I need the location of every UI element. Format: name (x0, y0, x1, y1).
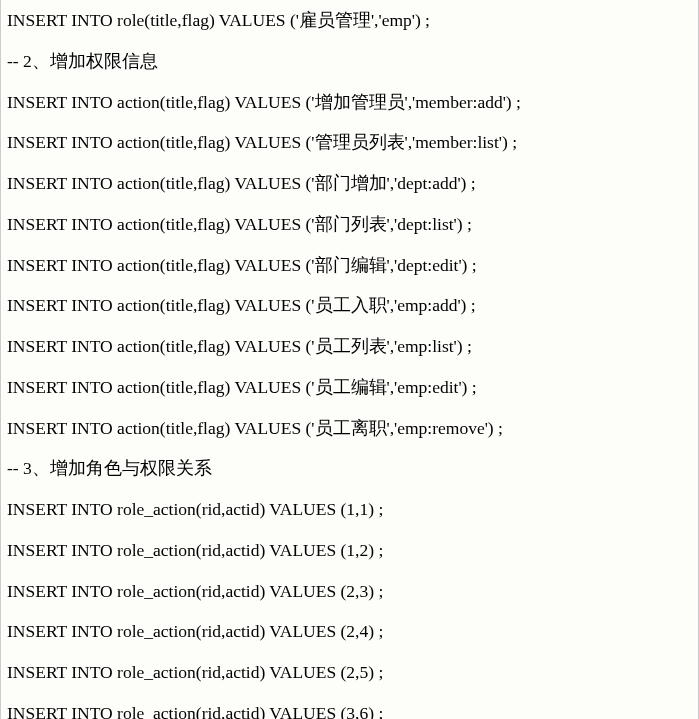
code-line: INSERT INTO role(title,flag) VALUES ('雇员… (1, 0, 698, 41)
code-line: INSERT INTO role_action(rid,actid) VALUE… (1, 489, 698, 530)
code-line: INSERT INTO role_action(rid,actid) VALUE… (1, 571, 698, 612)
code-line: INSERT INTO role_action(rid,actid) VALUE… (1, 611, 698, 652)
code-line: INSERT INTO action(title,flag) VALUES ('… (1, 204, 698, 245)
code-line: -- 2、增加权限信息 (1, 41, 698, 82)
code-line: INSERT INTO action(title,flag) VALUES ('… (1, 367, 698, 408)
code-block: INSERT INTO role(title,flag) VALUES ('雇员… (0, 0, 699, 719)
code-line: INSERT INTO role_action(rid,actid) VALUE… (1, 530, 698, 571)
code-line: INSERT INTO action(title,flag) VALUES ('… (1, 326, 698, 367)
code-line: INSERT INTO action(title,flag) VALUES ('… (1, 408, 698, 449)
code-line: INSERT INTO action(title,flag) VALUES ('… (1, 122, 698, 163)
code-line: INSERT INTO action(title,flag) VALUES ('… (1, 245, 698, 286)
code-line: INSERT INTO action(title,flag) VALUES ('… (1, 285, 698, 326)
code-line: INSERT INTO role_action(rid,actid) VALUE… (1, 693, 698, 719)
code-line: -- 3、增加角色与权限关系 (1, 448, 698, 489)
code-line: INSERT INTO action(title,flag) VALUES ('… (1, 82, 698, 123)
code-line: INSERT INTO action(title,flag) VALUES ('… (1, 163, 698, 204)
code-line: INSERT INTO role_action(rid,actid) VALUE… (1, 652, 698, 693)
